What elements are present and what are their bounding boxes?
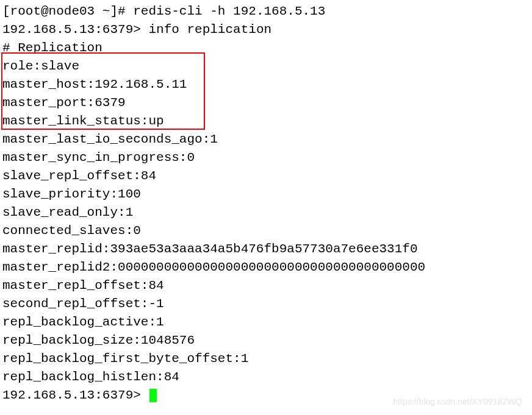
redis-command[interactable]: info replication: [148, 23, 271, 37]
watermark-text: https://blog.csdn.net/XY0918ZWQ: [393, 395, 522, 408]
terminal-line-redis-cmd: 192.168.5.13:6379> info replication: [2, 21, 530, 39]
field-repl-backlog-size: repl_backlog_size:1048576: [2, 332, 530, 350]
field-master-replid2: master_replid2:0000000000000000000000000…: [2, 258, 530, 277]
shell-prompt: [root@node03 ~]#: [2, 4, 133, 18]
field-master-port: master_port:6379: [2, 94, 530, 112]
field-master-sync-in-progress: master_sync_in_progress:0: [2, 149, 530, 167]
redis-prompt: 192.168.5.13:6379>: [2, 388, 148, 402]
field-slave-priority: slave_priority:100: [2, 185, 530, 204]
field-slave-read-only: slave_read_only:1: [2, 204, 530, 222]
shell-command[interactable]: redis-cli -h 192.168.5.13: [133, 4, 325, 18]
field-second-repl-offset: second_repl_offset:-1: [2, 295, 530, 313]
field-role: role:slave: [2, 57, 530, 76]
field-master-host: master_host:192.168.5.11: [2, 76, 530, 94]
field-connected-slaves: connected_slaves:0: [2, 222, 530, 240]
field-repl-backlog-first-byte-offset: repl_backlog_first_byte_offset:1: [2, 350, 530, 368]
field-master-link-status: master_link_status:up: [2, 112, 530, 130]
field-repl-backlog-active: repl_backlog_active:1: [2, 313, 530, 332]
field-master-repl-offset: master_repl_offset:84: [2, 277, 530, 295]
section-header: # Replication: [2, 39, 530, 57]
field-master-last-io-seconds-ago: master_last_io_seconds_ago:1: [2, 130, 530, 149]
field-slave-repl-offset: slave_repl_offset:84: [2, 167, 530, 185]
terminal-line-shell: [root@node03 ~]# redis-cli -h 192.168.5.…: [2, 2, 530, 21]
field-repl-backlog-histlen: repl_backlog_histlen:84: [2, 368, 530, 386]
cursor-block-icon[interactable]: [149, 389, 157, 402]
field-master-replid: master_replid:393ae53a3aaa34a5b476fb9a57…: [2, 240, 530, 258]
redis-prompt: 192.168.5.13:6379>: [2, 23, 148, 37]
